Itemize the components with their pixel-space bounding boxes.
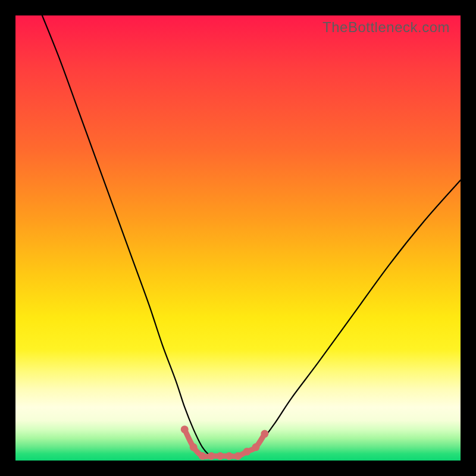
overlay-dot: [261, 430, 268, 438]
chart-frame: TheBottleneck.com: [0, 0, 476, 476]
overlay-dot: [234, 452, 242, 460]
overlay-dot: [181, 425, 189, 433]
overlay-dot: [243, 448, 250, 456]
curve-layer: [15, 15, 461, 461]
bottleneck-curve: [42, 15, 461, 457]
overlay-dot: [217, 452, 224, 460]
overlay-dot: [226, 452, 233, 460]
overlay-dot: [252, 443, 259, 451]
overlay-dot: [199, 452, 206, 460]
overlay-dot: [208, 452, 215, 460]
plot-area: TheBottleneck.com: [15, 15, 461, 461]
near-zero-overlay: [184, 430, 265, 457]
overlay-dot: [190, 443, 198, 451]
